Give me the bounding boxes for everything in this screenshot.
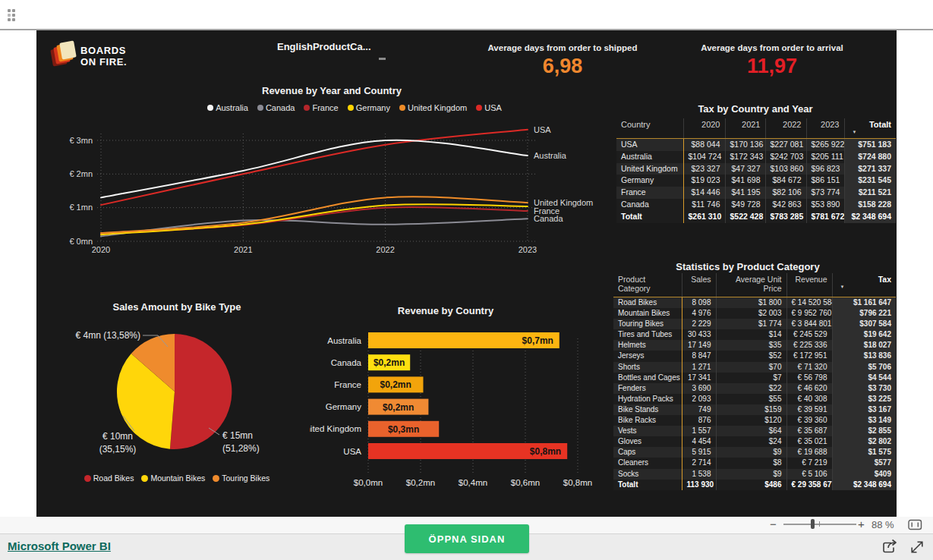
fullscreen-expand-icon[interactable] (909, 540, 925, 555)
table-row[interactable]: Helmets17 149$35€ 225 336$18 027 (613, 340, 896, 351)
legend-item-france[interactable]: France (304, 103, 338, 112)
kpi-value: 6,98 (462, 55, 664, 78)
table-cell: € 3 844 801 (786, 319, 832, 329)
line-series-canada[interactable] (101, 219, 528, 236)
table-cell: $577 (832, 458, 896, 468)
zoom-in-button[interactable]: + (858, 518, 865, 530)
legend-item-touring-bikes[interactable]: Touring Bikes (213, 473, 269, 483)
legend-item-canada[interactable]: Canada (257, 103, 295, 112)
legend-dot (257, 105, 263, 111)
table-cell: € 56 798 (786, 373, 832, 383)
table-cell: $18 027 (832, 340, 896, 351)
fit-to-width-button[interactable] (908, 519, 922, 530)
table-total-row: Totalt113 930$486€ 29 358 677$2 348 694 (613, 480, 896, 490)
legend-label: Touring Bikes (222, 473, 269, 483)
product-category-slicer[interactable]: EnglishProductCa... (277, 41, 371, 52)
bar-category-label: Germany (326, 402, 362, 411)
table-row[interactable]: Shorts1 271$70€ 71 320$5 706 (613, 362, 896, 373)
table-row[interactable]: Australia$104 724$172 343$242 703$205 11… (616, 151, 896, 163)
table-cell: 1 538 (682, 469, 716, 480)
table-cell: $172 343 (725, 151, 765, 163)
legend-item-germany[interactable]: Germany (348, 103, 390, 112)
series-end-label: USA (534, 125, 551, 134)
series-end-label: Australia (534, 151, 567, 160)
table-row[interactable]: Germany$19 023$41 698$84 672$86 151$231 … (616, 175, 896, 187)
table-cell: $47 327 (725, 163, 765, 175)
open-page-button[interactable]: ÖPPNA SIDAN (405, 524, 529, 553)
table-cell: $271 337 (844, 163, 896, 175)
table-cell: € 35 687 (786, 426, 832, 436)
table-row[interactable]: Road Bikes8 098$1 800€ 14 520 584$1 161 … (613, 297, 896, 309)
series-end-label: Canada (534, 214, 563, 223)
table-row[interactable]: Bottles and Cages17 341$7€ 56 798$4 544 (613, 373, 896, 383)
legend-item-mountain-bikes[interactable]: Mountain Bikes (141, 473, 205, 483)
table-cell: $242 703 (765, 151, 806, 163)
table-row[interactable]: Gloves4 454$24€ 35 021$2 802 (613, 436, 896, 447)
column-header-sales[interactable]: Sales (682, 273, 716, 297)
line-series-australia[interactable] (101, 140, 528, 198)
slicer-collapse-handle[interactable] (379, 58, 386, 60)
legend-item-australia[interactable]: Australia (207, 103, 248, 112)
column-header-product-category[interactable]: Product Category (613, 273, 682, 297)
zoom-slider-track[interactable] (783, 524, 856, 525)
legend-label: Germany (356, 103, 390, 112)
table-row[interactable]: Jerseys8 847$52€ 172 951$13 836 (613, 351, 896, 361)
drag-grip-icon[interactable] (8, 9, 17, 21)
column-header-2020[interactable]: 2020 (683, 118, 725, 139)
table-row[interactable]: Fenders3 690$22€ 46 620$3 730 (613, 383, 896, 394)
table-cell: 1 271 (682, 362, 716, 373)
y-axis-tick: € 1mn (69, 203, 93, 212)
table-row[interactable]: Mountain Bikes4 976$2 003€ 9 952 760$796… (613, 308, 896, 319)
table-row[interactable]: Cleaners2 714$8€ 7 219$577 (613, 458, 896, 468)
table-row[interactable]: Canada$11 746$49 728$42 863$53 890$158 2… (616, 199, 896, 211)
table-cell: $8 (716, 458, 786, 468)
table-cell: $84 672 (765, 175, 806, 187)
column-header-revenue[interactable]: Revenue (786, 273, 832, 297)
boards-on-fire-logo-text: BOARDS ON FIRE. (80, 45, 127, 68)
legend-item-usa[interactable]: USA (476, 103, 502, 112)
table-row[interactable]: Hydration Packs2 093$55€ 40 308$3 225 (613, 394, 896, 404)
table-cell: $73 774 (806, 187, 844, 199)
column-header-average-unit-price[interactable]: Average Unit Price (716, 273, 786, 297)
column-header-totalt[interactable]: Totalt▼ (844, 118, 896, 139)
table-cell: $49 728 (725, 199, 765, 211)
table-row[interactable]: Vests1 557$64€ 35 687$2 855 (613, 426, 896, 436)
column-header-tax[interactable]: Tax▼ (832, 273, 896, 297)
total-cell: € 29 358 677 (786, 480, 832, 490)
table-row[interactable]: Tires and Tubes30 433$14€ 245 529$19 642 (613, 329, 896, 340)
table-cell: $1 161 647 (832, 297, 896, 309)
table-cell: 2 229 (682, 319, 716, 329)
table-row[interactable]: Touring Bikes2 229$1 774€ 3 844 801$307 … (613, 319, 896, 329)
legend-item-united-kingdom[interactable]: United Kingdom (399, 103, 467, 112)
table-row[interactable]: France$14 446$41 195$82 106$73 774$211 5… (616, 187, 896, 199)
kpi-title: Average days from order to shipped (462, 43, 664, 52)
legend-label: Road Bikes (93, 473, 134, 483)
microsoft-powerbi-link[interactable]: Microsoft Power BI (8, 540, 111, 552)
column-header-2021[interactable]: 2021 (725, 118, 765, 139)
line-series-usa[interactable] (101, 130, 528, 205)
share-icon[interactable] (879, 538, 899, 556)
table-cell: $2 003 (716, 308, 786, 319)
legend-item-road-bikes[interactable]: Road Bikes (84, 473, 134, 483)
legend-label: France (312, 103, 338, 112)
pie-chart[interactable]: € 4mn (13,58%)€ 10mn(35,15%)€ 15mn(51,28… (59, 317, 310, 473)
table-row[interactable]: USA$88 044$170 136$227 081$265 922$751 1… (616, 139, 896, 151)
column-header-country[interactable]: Country (616, 118, 683, 139)
x-axis-tick: $0,0mn (354, 478, 383, 487)
table-row[interactable]: Socks1 538$9€ 5 106$409 (613, 469, 896, 480)
column-header-2023[interactable]: 2023 (806, 118, 844, 139)
zoom-slider-handle[interactable] (811, 519, 815, 529)
table-cell: $53 890 (806, 199, 844, 211)
column-header-2022[interactable]: 2022 (765, 118, 806, 139)
line-chart[interactable]: € 0mn€ 1mn€ 2mn€ 3mn2020202120222023USAA… (59, 115, 606, 263)
boards-on-fire-logo-icon (52, 42, 82, 71)
y-axis-tick: € 0mn (69, 237, 93, 246)
table-row[interactable]: United Kingdom$23 327$47 327$103 860$96 … (616, 163, 896, 175)
bar-chart[interactable]: $0,0mn$0,2mn$0,4mn$0,6mn$0,8mnAustralia$… (310, 317, 629, 499)
table-row[interactable]: Caps5 915$9€ 19 688$1 575 (613, 447, 896, 458)
zoom-out-button[interactable]: − (770, 518, 777, 530)
bar-category-label: France (334, 380, 361, 389)
table-row[interactable]: Bike Stands749$159€ 39 591$3 167 (613, 404, 896, 415)
table-row[interactable]: Bike Racks876$120€ 39 360$3 149 (613, 415, 896, 426)
kpi-title: Average days from order to arrival (671, 43, 873, 52)
